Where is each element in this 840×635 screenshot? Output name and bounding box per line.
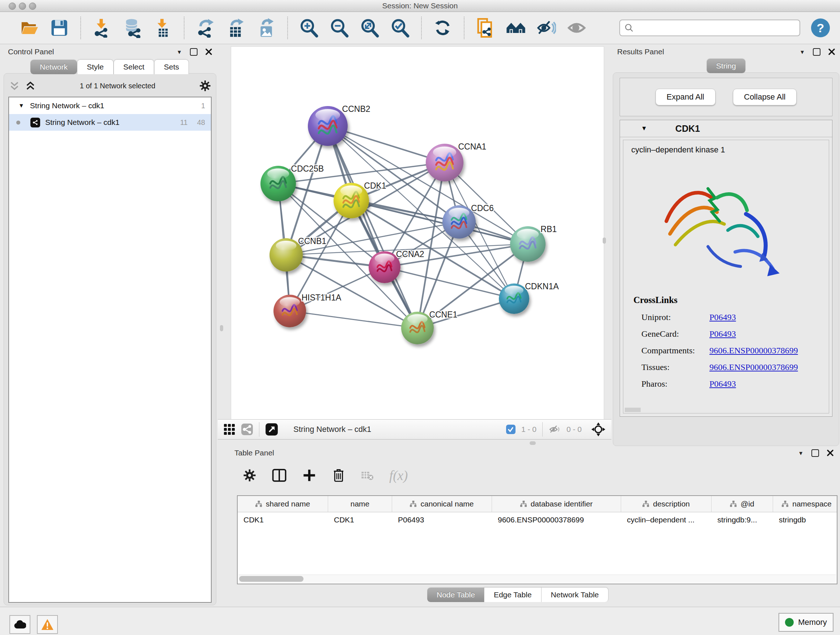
crosslink-link[interactable]: P06493 (709, 329, 736, 339)
table-hscrollbar[interactable] (238, 575, 836, 583)
grid-view-icon[interactable] (224, 424, 235, 435)
crosslink-link[interactable]: P06493 (709, 379, 736, 389)
column-header-canonical-name[interactable]: canonical name (392, 496, 492, 512)
network-options-gear-icon[interactable] (199, 80, 211, 92)
column-header-namespace[interactable]: namespace (773, 496, 837, 512)
node-CCNA1[interactable] (426, 144, 463, 181)
zoom-in-icon[interactable] (299, 18, 319, 38)
column-header-shared-name[interactable]: shared name (238, 496, 328, 512)
table-cell[interactable]: 9606.ENSP00000378699 (492, 512, 621, 527)
panel-float-icon[interactable]: ▼ (799, 49, 805, 55)
table-toolbar: f(x) (243, 463, 408, 487)
crosslink-link[interactable]: 9606.ENSP00000378699 (709, 363, 798, 372)
panel-close-icon[interactable] (205, 49, 212, 55)
export-image-icon[interactable] (256, 18, 276, 38)
panel-float-icon[interactable]: ▼ (798, 450, 804, 456)
tab-network[interactable]: Network (30, 60, 77, 74)
panel-maximize-icon[interactable] (190, 48, 197, 56)
hscrollbar-thumb[interactable] (239, 576, 303, 582)
memory-status-dot (785, 618, 794, 627)
node-CCNB2[interactable] (308, 106, 347, 146)
panel-float-icon[interactable]: ▼ (177, 49, 182, 55)
crosslink-row: Uniprot:P06493 (633, 309, 829, 325)
table-options-gear-icon[interactable] (243, 469, 256, 482)
network-view-canvas[interactable]: CCNB2CCNA1CDC25BCDK1CDC6RB1CCNB1CCNA2CDK… (231, 46, 604, 420)
network-view-mode-icon[interactable] (241, 423, 253, 435)
expand-all-button[interactable]: Expand All (655, 89, 715, 105)
hide-panel-eye-icon[interactable] (536, 18, 556, 38)
table-cell[interactable]: stringdb:9... (712, 512, 773, 527)
table-cell[interactable]: CDK1 (328, 512, 392, 527)
home-networks-icon[interactable] (506, 18, 526, 38)
column-header-at-id[interactable]: @id (712, 496, 773, 512)
panel-close-icon[interactable] (829, 49, 835, 55)
expand-all-icon[interactable] (25, 81, 36, 91)
delete-column-trash-icon[interactable] (332, 468, 345, 483)
network-type-icon (30, 118, 40, 127)
right-splitter-handle[interactable] (603, 238, 606, 244)
column-header-database-identifier[interactable]: database identifier (492, 496, 621, 512)
zoom-fit-icon[interactable] (360, 18, 380, 38)
collapse-all-icon[interactable] (9, 81, 20, 91)
show-columns-icon[interactable] (272, 469, 286, 482)
zoom-selected-icon[interactable] (390, 18, 410, 38)
import-table-icon[interactable] (153, 18, 173, 38)
import-network-from-database-icon[interactable] (122, 18, 142, 38)
tab-string[interactable]: String (707, 59, 745, 73)
tab-node-table[interactable]: Node Table (427, 587, 485, 602)
crosslink-link[interactable]: 9606.ENSP00000378699 (709, 346, 798, 356)
tab-network-table[interactable]: Network Table (541, 587, 609, 602)
search-box[interactable] (619, 19, 800, 36)
panel-close-icon[interactable] (827, 450, 834, 456)
export-table-icon[interactable] (226, 18, 246, 38)
cloud-status-button[interactable] (9, 615, 30, 634)
column-header-description[interactable]: description (621, 496, 712, 512)
selected-items-checkbox[interactable] (506, 424, 515, 434)
bottom-splitter-handle[interactable] (530, 441, 536, 445)
crosslinks-heading: CrossLinks (633, 295, 829, 305)
left-splitter-handle[interactable] (220, 325, 223, 331)
export-network-icon[interactable] (195, 18, 216, 38)
open-session-icon[interactable] (19, 18, 39, 38)
warning-icon (41, 618, 54, 631)
memory-label: Memory (798, 618, 827, 627)
import-network-icon[interactable] (92, 18, 112, 38)
panel-maximize-icon[interactable] (813, 48, 821, 56)
edge-HIST1H1A-CCNE1[interactable] (290, 311, 417, 328)
birdseye-view-icon[interactable] (265, 423, 278, 436)
column-header-name[interactable]: name (328, 496, 392, 512)
fit-selected-crosshair-icon[interactable] (591, 422, 606, 437)
tab-style[interactable]: Style (77, 59, 114, 74)
collection-expand-caret[interactable]: ▼ (19, 103, 24, 109)
crosslinks-section: CrossLinks Uniprot:P06493GeneCard:P06493… (633, 295, 829, 392)
table-cell[interactable]: CDK1 (238, 512, 328, 527)
node-table[interactable]: shared namenamecanonical namedatabase id… (237, 495, 837, 584)
table-cell[interactable]: stringdb (773, 512, 837, 527)
table-cell[interactable]: P06493 (392, 512, 492, 527)
save-session-icon[interactable] (49, 18, 69, 38)
zoom-out-icon[interactable] (329, 18, 349, 38)
refresh-icon[interactable] (433, 18, 453, 38)
tab-select[interactable]: Select (114, 59, 154, 74)
crosslink-link[interactable]: P06493 (709, 312, 736, 322)
memory-button[interactable]: Memory (778, 613, 834, 632)
tab-edge-table[interactable]: Edge Table (484, 587, 542, 602)
gene-section-header[interactable]: ▼ CDK1 (620, 120, 832, 137)
create-column-plus-icon[interactable] (302, 469, 316, 482)
node-label-CDK1: CDK1 (364, 181, 386, 190)
tab-sets[interactable]: Sets (154, 59, 189, 74)
help-button[interactable]: ? (811, 19, 830, 37)
network-collection-row[interactable]: ▼ String Network – cdk1 1 (9, 97, 211, 114)
column-tree-icon (256, 501, 262, 508)
panel-maximize-icon[interactable] (812, 449, 819, 457)
warnings-button[interactable] (37, 615, 58, 634)
gene-collapse-caret[interactable]: ▼ (641, 125, 647, 132)
collapse-all-button[interactable]: Collapse All (733, 89, 797, 105)
network-edge-count: 48 (197, 119, 205, 127)
table-row[interactable]: CDK1CDK1P064939606.ENSP00000378699cyclin… (238, 512, 837, 527)
network-row-selected[interactable]: String Network – cdk1 11 48 (9, 114, 211, 131)
clone-network-icon[interactable] (475, 18, 496, 38)
search-input[interactable] (638, 23, 795, 33)
table-cell[interactable]: cyclin–dependent ... (621, 512, 712, 527)
show-panel-eye-icon[interactable] (567, 18, 587, 38)
